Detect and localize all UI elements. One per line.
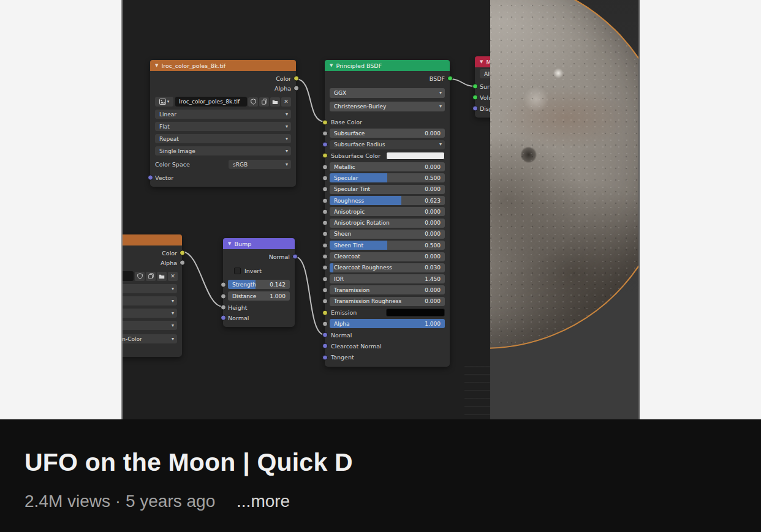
image-texture-node-2-header[interactable] [123, 234, 182, 245]
subsurface-input-socket[interactable] [322, 130, 328, 136]
distance-slider[interactable]: Distance1.000 [228, 291, 290, 301]
roughness-input-socket[interactable] [322, 198, 328, 203]
collapse-triangle-icon[interactable]: ▼ [480, 59, 483, 64]
transmission-roughness-input-socket[interactable] [322, 299, 328, 304]
ior-slider[interactable]: IOR1.450 [330, 274, 445, 283]
sheen-tint-input-socket[interactable] [322, 242, 328, 248]
volume-input-socket[interactable] [472, 95, 478, 100]
normal-input-socket[interactable] [221, 315, 226, 321]
image-texture-node-header[interactable]: ▼ Iroc_color_poles_8k.tif [150, 60, 296, 71]
color-output-socket[interactable] [293, 76, 299, 81]
transmission-slider[interactable]: Transmission0.000 [330, 285, 445, 294]
invert-checkbox[interactable] [234, 268, 241, 274]
subsurface-slider[interactable]: Subsurface0.000 [330, 129, 445, 138]
dropdown-single-image[interactable]: Single Image▾ [155, 146, 291, 155]
anisotropic-rotation-input-socket[interactable] [322, 220, 328, 226]
clearcoat-input-socket[interactable] [322, 254, 328, 260]
bsdf-output-socket[interactable] [447, 76, 453, 81]
specular-tint-slider[interactable]: Specular Tint0.000 [330, 185, 445, 194]
distance-input-socket[interactable] [221, 293, 226, 299]
metallic-input-socket[interactable] [322, 164, 328, 170]
surface-input-socket[interactable] [472, 84, 478, 89]
anisotropic-slider[interactable]: Anisotropic0.000 [330, 207, 445, 216]
distribution-dropdown[interactable]: GGX ▾ [330, 88, 445, 98]
displacement-input-socket[interactable] [472, 106, 478, 111]
alpha-slider[interactable]: Alpha1.000 [330, 319, 445, 328]
color-space-dropdown[interactable]: sRGB ▾ [229, 160, 291, 169]
normal-output-socket[interactable] [292, 254, 298, 260]
collapse-triangle-icon[interactable]: ▼ [330, 63, 333, 68]
color-space-dropdown[interactable]: Non-Color ▾ [123, 334, 177, 343]
base-color-input-socket[interactable] [322, 119, 328, 125]
video-title[interactable]: UFO on the Moon | Quick D [25, 448, 353, 477]
show-more-button[interactable]: ...more [237, 492, 290, 511]
anisotropic-rotation-slider[interactable]: Anisotropic Rotation0.000 [330, 219, 445, 228]
subsurface-color-input-socket[interactable] [322, 153, 328, 159]
subsurface-radius-input-socket[interactable] [322, 142, 328, 148]
specular-input-socket[interactable] [322, 175, 328, 181]
material-output-node[interactable]: ▼ Material Output All SurfaceVolumeDispl… [475, 56, 490, 118]
transmission-roughness-slider[interactable]: Transmission Roughness0.000 [330, 297, 445, 306]
roughness-slider[interactable]: Roughness0.623 [330, 196, 445, 205]
dropdown-linear[interactable]: Linear▾ [155, 110, 291, 119]
specular-tint-input-socket[interactable] [322, 187, 328, 192]
moon-render[interactable] [490, 0, 638, 349]
image-name-field[interactable]: Iroc_color_poles_8k.tif [175, 97, 247, 107]
image-name-field[interactable] [123, 271, 134, 281]
dropdown-repeat[interactable]: Repeat▾ [155, 134, 291, 143]
unlink-x-icon[interactable]: ✕ [168, 272, 178, 281]
strength-slider[interactable]: Strength0.142 [228, 280, 290, 289]
clearcoat-roughness-input-socket[interactable] [322, 265, 328, 271]
subsurface-method-dropdown[interactable]: Christensen-Burley ▾ [330, 102, 445, 111]
clearcoat-roughness-slider[interactable]: Clearcoat Roughness0.030 [330, 263, 445, 272]
principled-bsdf-node[interactable]: ▼ Principled BSDF BSDF GGX ▾ Christensen… [325, 60, 450, 367]
tangent-input-socket[interactable] [322, 354, 328, 360]
dropdown-1[interactable]: ▾ [123, 296, 177, 305]
fake-user-shield-icon[interactable] [248, 97, 258, 107]
video-player[interactable]: ▼ Iroc_color_poles_8k.tif ColorAlpha ▾ I… [0, 0, 761, 419]
principled-bsdf-header[interactable]: ▼ Principled BSDF [325, 60, 450, 71]
bump-node[interactable]: ▼ Bump Normal Invert Strength0.142Distan… [223, 238, 295, 327]
collapse-triangle-icon[interactable]: ▼ [228, 241, 231, 246]
dropdown-2[interactable]: ▾ [123, 309, 177, 318]
normal-input-socket[interactable] [322, 332, 328, 338]
emission-color-swatch[interactable] [386, 309, 445, 317]
fake-user-shield-icon[interactable] [135, 272, 145, 281]
emission-input-socket[interactable] [322, 310, 328, 315]
sheen-slider[interactable]: Sheen0.000 [330, 230, 445, 239]
strength-input-socket[interactable] [221, 282, 226, 287]
transmission-input-socket[interactable] [322, 287, 328, 293]
material-output-header[interactable]: ▼ Material Output [475, 56, 490, 67]
image-texture-node[interactable]: ▼ Iroc_color_poles_8k.tif ColorAlpha ▾ I… [150, 60, 296, 187]
collapse-triangle-icon[interactable]: ▼ [155, 63, 158, 68]
dropdown-3[interactable]: ▾ [123, 321, 177, 330]
sheen-input-socket[interactable] [322, 231, 328, 237]
ior-input-socket[interactable] [322, 276, 328, 282]
specular-slider[interactable]: Specular0.500 [330, 173, 445, 182]
dropdown-flat[interactable]: Flat▾ [155, 122, 291, 131]
subsurface-color-color-swatch[interactable] [386, 152, 445, 160]
alpha-output-socket[interactable] [293, 86, 299, 91]
target-dropdown[interactable]: All [480, 69, 490, 78]
duplicate-icon[interactable] [146, 272, 156, 281]
anisotropic-input-socket[interactable] [322, 209, 328, 214]
bump-node-header[interactable]: ▼ Bump [223, 238, 295, 249]
dropdown-0[interactable]: ▾ [123, 284, 177, 293]
alpha-output-socket[interactable] [180, 260, 185, 266]
color-output-socket[interactable] [180, 250, 185, 256]
duplicate-icon[interactable] [259, 97, 269, 107]
metallic-slider[interactable]: Metallic0.000 [330, 162, 445, 171]
blender-3d-viewport[interactable] [490, 0, 638, 419]
open-folder-icon[interactable] [157, 272, 167, 281]
subsurface-radius-dropdown[interactable]: Subsurface Radius▾ [330, 140, 445, 149]
image-texture-node-2[interactable]: ColorAlpha ✕ ▾▾▾▾ [123, 234, 182, 357]
clearcoat-normal-input-socket[interactable] [322, 343, 328, 349]
unlink-x-icon[interactable]: ✕ [281, 97, 291, 107]
sheen-tint-slider[interactable]: Sheen Tint0.500 [330, 241, 445, 250]
height-input-socket[interactable] [221, 305, 226, 310]
open-folder-icon[interactable] [270, 97, 280, 107]
vector-socket[interactable] [148, 175, 153, 181]
image-browse-icon[interactable]: ▾ [155, 97, 173, 107]
alpha-input-socket[interactable] [322, 321, 328, 326]
clearcoat-slider[interactable]: Clearcoat0.000 [330, 252, 445, 261]
